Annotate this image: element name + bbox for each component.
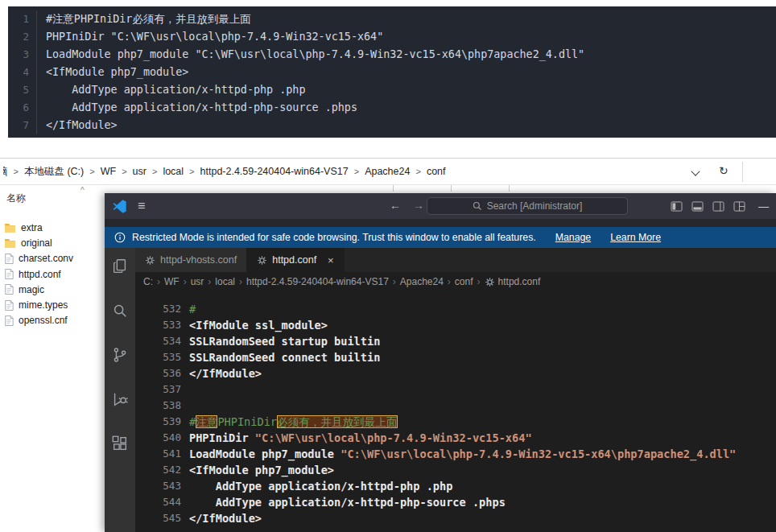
line-number: 533 bbox=[135, 317, 189, 333]
breadcrumb-separator: > bbox=[415, 167, 420, 176]
file-list-item[interactable]: extra bbox=[0, 220, 105, 235]
column-header-name[interactable]: 名称 bbox=[6, 192, 26, 205]
manage-link[interactable]: Manage bbox=[555, 232, 591, 243]
snippet-lines: 1#注意PHPIniDir必须有，并且放到最上面2PHPIniDir "C:\W… bbox=[8, 10, 776, 134]
title-bar-gap bbox=[105, 219, 776, 227]
extensions-icon[interactable] bbox=[111, 435, 129, 452]
nav-forward-icon[interactable]: → bbox=[413, 199, 424, 212]
code-token: # bbox=[189, 415, 196, 428]
breadcrumb-item[interactable]: WF bbox=[101, 166, 116, 177]
vscode-logo-icon bbox=[113, 200, 126, 213]
minimize-icon[interactable]: — bbox=[758, 200, 769, 212]
code-token: PHPIniDir bbox=[217, 415, 277, 428]
breadcrumb-separator: > bbox=[189, 167, 194, 176]
code-token: # bbox=[189, 303, 196, 315]
gear-icon bbox=[257, 255, 267, 266]
file-icon bbox=[4, 253, 14, 265]
file-name: original bbox=[21, 237, 52, 249]
breadcrumb-separator: › bbox=[184, 276, 187, 287]
file-name: magic bbox=[19, 284, 44, 295]
breadcrumb-item[interactable]: 脑 bbox=[3, 165, 8, 179]
file-list-item[interactable]: httpd.conf bbox=[0, 266, 105, 282]
breadcrumb-item[interactable]: Apache24 bbox=[400, 276, 444, 287]
editor-line: 544 AddType application/x-httpd-php-sour… bbox=[135, 494, 776, 510]
gear-icon bbox=[145, 255, 155, 266]
tab-label: httpd-vhosts.conf bbox=[160, 254, 237, 266]
breadcrumb-item[interactable]: httpd-2.4.59-240404-win64-VS17 bbox=[246, 276, 389, 287]
code-editor[interactable]: 532#533<IfModule ssl_module>534SSLRandom… bbox=[135, 291, 776, 532]
nav-back-icon[interactable]: ← bbox=[390, 199, 401, 212]
line-number: 542 bbox=[135, 462, 189, 478]
snippet-line: 7</IfModule> bbox=[8, 117, 776, 134]
file-icon bbox=[4, 315, 14, 327]
breadcrumb-item[interactable]: 本地磁盘 (C:) bbox=[24, 165, 84, 179]
toggle-sidebar-icon[interactable] bbox=[671, 201, 683, 212]
toggle-secondary-sidebar-icon[interactable] bbox=[712, 201, 724, 212]
column-divider bbox=[451, 185, 452, 192]
breadcrumb-separator: › bbox=[208, 276, 211, 287]
code-text: LoadModule php7_module "C:\WF\usr\local\… bbox=[189, 446, 736, 462]
customize-layout-icon[interactable] bbox=[733, 201, 745, 212]
snippet-line: 6 AddType application/x-httpd-php-source… bbox=[8, 99, 776, 117]
line-number: 540 bbox=[135, 430, 189, 446]
breadcrumb-item[interactable]: usr bbox=[191, 276, 204, 287]
file-list-item[interactable]: mime.types bbox=[0, 297, 105, 312]
file-name: charset.conv bbox=[19, 253, 73, 264]
breadcrumb-item[interactable]: httpd-2.4.59-240404-win64-VS17 bbox=[200, 166, 349, 177]
code-token: </IfModule> bbox=[189, 512, 262, 525]
vscode-breadcrumb: C:›WF›usr›local›httpd-2.4.59-240404-win6… bbox=[135, 272, 776, 291]
code-text: AddType application/x-httpd-php-source .… bbox=[189, 494, 506, 510]
code-text: </IfModule> bbox=[189, 365, 262, 381]
breadcrumb-item[interactable]: Apache24 bbox=[365, 166, 410, 177]
folder-icon bbox=[4, 222, 16, 233]
search-icon bbox=[473, 201, 482, 211]
search-icon[interactable] bbox=[111, 302, 129, 320]
file-list-item[interactable]: openssl.cnf bbox=[0, 313, 105, 328]
breadcrumb-separator: › bbox=[157, 276, 160, 287]
code-text: <IfModule php7_module> bbox=[189, 462, 334, 478]
info-icon bbox=[114, 232, 126, 243]
line-number: 534 bbox=[135, 333, 189, 349]
file-list-item[interactable]: original bbox=[0, 235, 105, 250]
explorer-icon[interactable] bbox=[111, 258, 129, 275]
run-debug-icon[interactable] bbox=[111, 390, 129, 408]
menu-hamburger-icon[interactable]: ≡ bbox=[138, 199, 145, 213]
code-text: <IfModule php7_module> bbox=[37, 64, 188, 81]
file-list-item[interactable]: charset.conv bbox=[0, 251, 105, 266]
file-list-item[interactable]: magic bbox=[0, 282, 105, 297]
breadcrumb-item[interactable]: httpd.conf bbox=[485, 276, 541, 287]
breadcrumb-item[interactable]: conf bbox=[455, 276, 473, 287]
window-layout-controls: — bbox=[671, 193, 769, 219]
line-number: 536 bbox=[135, 365, 189, 381]
file-name: mime.types bbox=[19, 299, 68, 311]
breadcrumb-item[interactable]: usr bbox=[133, 166, 147, 177]
breadcrumb-item[interactable]: WF bbox=[164, 276, 180, 287]
refresh-icon[interactable]: ↻ bbox=[719, 164, 729, 177]
learn-more-link[interactable]: Learn More bbox=[610, 232, 661, 243]
snippet-line: 2PHPIniDir "C:\WF\usr\local\php-7.4.9-Wi… bbox=[8, 28, 776, 46]
find-match-highlight: 必须有，并且放到最上面 bbox=[277, 415, 398, 428]
code-text: </IfModule> bbox=[37, 117, 118, 134]
code-text: #注意PHPIniDir必须有，并且放到最上面 bbox=[37, 10, 251, 28]
breadcrumb-item[interactable]: local bbox=[163, 166, 184, 177]
line-number: 532 bbox=[135, 301, 189, 317]
breadcrumb-item[interactable]: conf bbox=[427, 166, 446, 177]
editor-line: 543 AddType application/x-httpd-php .php bbox=[135, 478, 776, 494]
file-icon bbox=[4, 283, 14, 295]
editor-tab[interactable]: httpd.conf× bbox=[247, 248, 345, 272]
close-icon[interactable]: × bbox=[328, 254, 334, 266]
source-control-icon[interactable] bbox=[111, 346, 129, 364]
code-text: AddType application/x-httpd-php-source .… bbox=[37, 99, 357, 117]
code-text: #注意PHPIniDir必须有，并且放到最上面 bbox=[189, 414, 398, 430]
breadcrumb-separator: > bbox=[122, 167, 126, 176]
editor-line: 542<IfModule php7_module> bbox=[135, 462, 776, 478]
breadcrumb-item[interactable]: C: bbox=[143, 276, 153, 287]
file-name: openssl.cnf bbox=[19, 315, 68, 326]
toggle-panel-icon[interactable] bbox=[691, 201, 704, 212]
editor-line: 537 bbox=[135, 381, 776, 398]
address-dropdown-chevron-icon[interactable] bbox=[691, 167, 700, 175]
command-center-search[interactable]: Search [Administrator] bbox=[427, 197, 628, 215]
breadcrumb-item[interactable]: local bbox=[215, 276, 235, 287]
gear-icon bbox=[485, 277, 495, 287]
editor-tab[interactable]: httpd-vhosts.conf bbox=[135, 248, 247, 272]
